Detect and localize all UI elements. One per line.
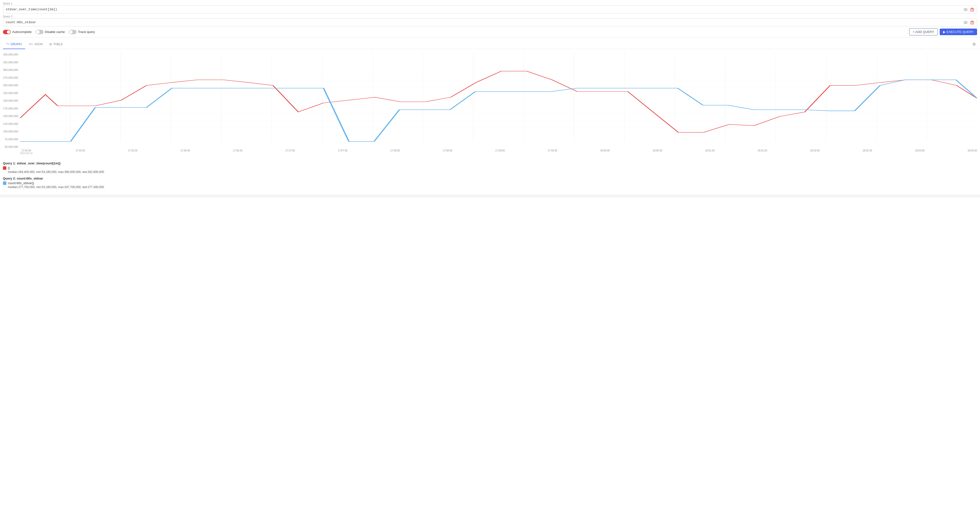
query1-legend-item: {} (3, 166, 977, 170)
controls-row: Autocomplete Disable cache Trace query +… (3, 28, 977, 35)
y-label-200: 200,000,000 (3, 99, 18, 102)
autocomplete-label: Autocomplete (12, 30, 32, 34)
svg-point-5 (965, 22, 966, 23)
disable-cache-label: Disable cache (45, 30, 65, 34)
x-label-13: 18:01:00 (705, 149, 714, 152)
query1-legend: Query 1: stdvar_over_time(count[1m]) {} … (3, 162, 977, 174)
graph-tab-label: GRAPH (11, 42, 22, 46)
svg-rect-10 (20, 53, 977, 141)
query1-series-label: {} (8, 166, 10, 170)
svg-rect-2 (971, 8, 974, 11)
json-tab-label: JSON (34, 42, 43, 46)
table-tab-label: TABLE (53, 42, 63, 46)
legend-section: Query 1: stdvar_over_time(count[1m]) {} … (0, 159, 980, 194)
graph-tab-icon: 〜 (6, 42, 9, 46)
query1-legend-title: Query 1: stdvar_over_time(count[1m]) (3, 162, 977, 165)
add-query-button[interactable]: + ADD QUERY (909, 28, 938, 35)
query1-visibility-button[interactable] (963, 6, 969, 13)
query2-legend-label: Query 2: (3, 176, 16, 180)
x-label-12: 18:00:30 (653, 149, 662, 152)
query2-legend-color (3, 181, 6, 185)
svg-point-4 (964, 21, 967, 24)
eye-icon (964, 21, 967, 24)
x-label-1: 17:55:00 (75, 149, 85, 152)
y-label-50: 50,000,000 (5, 145, 18, 148)
svg-point-8 (974, 43, 975, 45)
query2-delete-button[interactable] (969, 19, 975, 25)
chart-svg (20, 53, 977, 148)
tab-graph[interactable]: 〜 GRAPH (3, 40, 25, 49)
y-label-225: 225,000,000 (3, 92, 18, 95)
x-label-17: 18:03:00 (915, 149, 924, 152)
x-axis: 17:54:302023-03-10 17:55:00 17:55:30 17:… (20, 148, 977, 156)
disable-cache-toggle-group: Disable cache (36, 30, 65, 34)
execute-query-button[interactable]: ▶ EXECUTE QUERY (940, 29, 977, 35)
query1-stats: median:264,400,000, min:53,180,000, max:… (8, 170, 977, 174)
autocomplete-toggle-group: Autocomplete (3, 30, 32, 34)
query1-input-row (3, 5, 977, 13)
y-label-175: 175,000,000 (3, 107, 18, 110)
x-label-7: 17:58:00 (390, 149, 400, 152)
svg-rect-7 (972, 21, 973, 21)
query2-visibility-button[interactable] (963, 19, 969, 25)
y-label-100: 100,000,000 (3, 130, 18, 133)
query2-actions (961, 19, 977, 25)
query2-legend-title: Query 2: count:60s_stdvar (3, 176, 977, 180)
autocomplete-toggle[interactable] (3, 30, 11, 34)
x-label-15: 18:02:00 (810, 149, 820, 152)
x-label-16: 18:02:30 (862, 149, 872, 152)
svg-point-1 (965, 9, 966, 10)
query1-legend-color (3, 166, 6, 170)
query2-series-label: count:60s_stdvar{} (8, 181, 34, 185)
query1-label: Query 1 (3, 2, 977, 5)
trace-query-toggle[interactable] (69, 30, 76, 34)
chart-settings-button[interactable] (971, 41, 977, 47)
trace-query-label: Trace query (78, 30, 95, 34)
chart-container: 350,000,000 325,000,000 300,000,000 275,… (3, 53, 977, 156)
query2-label: Query 2 (3, 15, 977, 18)
query1-input[interactable] (3, 6, 961, 13)
svg-point-0 (964, 8, 967, 11)
tab-json[interactable]: </> JSON (25, 40, 46, 49)
query1-legend-name: stdvar_over_time(count[1m]) (17, 162, 60, 165)
tabs-bar: 〜 GRAPH </> JSON ⊞ TABLE (0, 40, 980, 49)
trace-query-toggle-group: Trace query (69, 30, 95, 34)
query1-actions (961, 6, 977, 13)
query2-input[interactable] (3, 19, 961, 26)
y-label-325: 325,000,000 (3, 61, 18, 64)
y-label-300: 300,000,000 (3, 68, 18, 71)
svg-rect-6 (971, 22, 974, 24)
y-label-250: 250,000,000 (3, 84, 18, 87)
x-label-6: 17:57:30 (338, 149, 347, 152)
x-label-3: 17:56:00 (180, 149, 190, 152)
query2-input-row (3, 18, 977, 26)
trash-icon (970, 21, 974, 24)
query1-legend-label: Query 1: (3, 162, 16, 165)
x-label-4: 17:56:30 (233, 149, 242, 152)
tab-table[interactable]: ⊞ TABLE (46, 40, 66, 49)
y-label-350: 350,000,000 (3, 53, 18, 56)
x-label-11: 18:00:00 (600, 149, 610, 152)
query1-delete-button[interactable] (969, 6, 975, 13)
x-label-18: 18:03:30 (967, 149, 977, 152)
query1-row: Query 1 (3, 2, 977, 13)
svg-rect-3 (972, 8, 973, 8)
scrollbar-area[interactable] (0, 195, 980, 198)
y-label-150: 150,000,000 (3, 114, 18, 118)
table-tab-icon: ⊞ (49, 43, 52, 46)
chart-area: 350,000,000 325,000,000 300,000,000 275,… (0, 49, 980, 159)
x-label-2: 17:55:30 (128, 149, 138, 152)
x-label-10: 17:59:30 (548, 149, 557, 152)
query2-legend: Query 2: count:60s_stdvar count:60s_stdv… (3, 176, 977, 189)
x-label-9: 17:59:00 (495, 149, 505, 152)
x-label-5: 17:57:00 (285, 149, 295, 152)
trash-icon (970, 8, 974, 11)
json-tab-icon: </> (29, 43, 33, 46)
y-label-275: 275,000,000 (3, 76, 18, 79)
action-buttons: + ADD QUERY ▶ EXECUTE QUERY (909, 28, 977, 35)
query2-stats: median:277,700,000, min:53,180,000, max:… (8, 185, 977, 189)
disable-cache-toggle[interactable] (36, 30, 43, 34)
x-label-0: 17:54:302023-03-10 (20, 149, 32, 155)
query2-legend-item: count:60s_stdvar{} (3, 181, 977, 185)
y-label-75: 75,000,000 (5, 138, 18, 141)
